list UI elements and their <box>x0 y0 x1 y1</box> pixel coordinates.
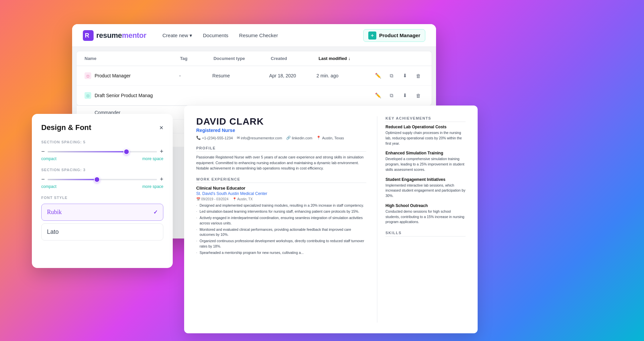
spacing-label-2: SECTION SPACING: 3 <box>41 168 163 172</box>
achievement-4: High School Outreach Conducted demo sess… <box>385 203 466 225</box>
achievement-2-title: Enhanced Simulation Training <box>385 151 466 155</box>
bullet-4: Monitored and evaluated clinical perform… <box>196 227 366 238</box>
slider2-min-label: compact <box>41 184 56 189</box>
table-row[interactable]: ◻ Product Manager - Resume Apr 18, 2020 … <box>76 66 432 86</box>
bullet-2: Led simulation-based learning interventi… <box>196 209 366 214</box>
achievement-3: Student Engagement Initiatives Implement… <box>385 177 466 199</box>
email-icon: ✉ <box>237 136 240 140</box>
row2-delete-button[interactable]: 🗑 <box>414 90 424 100</box>
col-created: Created <box>271 56 318 61</box>
row2-copy-button[interactable]: ⧉ <box>387 90 397 100</box>
slider-labels-1: compact more space <box>41 156 163 161</box>
slider-fill-1 <box>48 151 126 152</box>
slider-track-2[interactable] <box>48 179 157 180</box>
resume-right: KEY ACHIEVEMENTS Reduced Lab Operational… <box>377 116 466 323</box>
slider2-plus[interactable]: + <box>160 176 163 183</box>
row2-name: Draft Senior Product Manag <box>95 93 153 98</box>
delete-button[interactable]: 🗑 <box>414 71 424 81</box>
bullet-5: Organized continuous professional develo… <box>196 238 366 249</box>
slider-fill-2 <box>48 179 97 180</box>
svg-text:R: R <box>85 32 89 39</box>
table-row[interactable]: ◻ Draft Senior Product Manag ✏️ ⧉ ⬇ 🗑 <box>76 86 432 106</box>
edit-button[interactable]: ✏️ <box>373 71 383 81</box>
doc-name-draft: ◻ Draft Senior Product Manag <box>85 92 179 99</box>
work-section-title: WORK EXPERIENCE <box>196 177 366 183</box>
row2-download-button[interactable]: ⬇ <box>400 90 410 100</box>
slider-thumb-1[interactable] <box>123 149 129 155</box>
col-doc-type: Document type <box>213 56 271 61</box>
col-tag: Tag <box>180 56 214 61</box>
row1-name: Product Manager <box>95 73 130 78</box>
row1-last-modified: 2 min. ago <box>317 73 373 78</box>
logo-icon: R <box>83 30 94 41</box>
logo[interactable]: R resumementor <box>83 30 146 41</box>
email-text: info@resumementor.com <box>241 136 282 140</box>
col-last-modified[interactable]: Last modified ↓ <box>319 56 376 61</box>
slider1-max-label: more space <box>142 156 163 161</box>
contact-phone: 📞 +1-(234)-555-1234 <box>196 136 233 140</box>
font-option-lato[interactable]: Lato <box>41 223 163 241</box>
bullet-3: Actively engaged in interdepartmental co… <box>196 215 366 226</box>
resume-checker-nav[interactable]: Resume Checker <box>239 32 278 38</box>
row2-edit-button[interactable]: ✏️ <box>373 90 383 100</box>
resume-two-col: DAVID CLARK Registered Nurse 📞 +1-(234)-… <box>196 116 466 323</box>
row1-created: Apr 18, 2020 <box>269 73 316 78</box>
job-location: 📍 Austin, TX <box>232 197 253 201</box>
achievement-1: Reduced Lab Operational Costs Optimized … <box>385 125 466 146</box>
profile-section-title: PROFILE <box>196 146 366 152</box>
achievements-section: KEY ACHIEVEMENTS Reduced Lab Operational… <box>385 116 466 225</box>
linkedin-icon: 🔗 <box>286 136 291 140</box>
achievement-1-title: Reduced Lab Operational Costs <box>385 125 466 129</box>
job-dates-text: 09/2019 - 03/2024 <box>201 197 228 201</box>
font-style-label: FONT STYLE <box>41 196 163 200</box>
sort-icon: ↓ <box>348 56 351 61</box>
profile-section: PROFILE Passionate Registered Nurse with… <box>196 146 366 171</box>
location-text: Austin, Texas <box>322 136 344 140</box>
close-panel-button[interactable]: × <box>159 124 163 132</box>
download-button[interactable]: ⬇ <box>400 71 410 81</box>
contact-email: ✉ info@resumementor.com <box>237 136 282 140</box>
skills-section-title: SKILLS <box>385 231 466 236</box>
slider-track-1[interactable] <box>48 151 157 152</box>
row1-tag: - <box>179 73 212 78</box>
achievement-2-text: Developed a comprehensive simulation tra… <box>385 156 466 172</box>
doc-icon-teal: ◻ <box>85 92 91 99</box>
spacing-section-2: SECTION SPACING: 3 − + compact more spac… <box>41 168 163 189</box>
font-section: FONT STYLE Rubik ✓ Lato <box>41 196 163 241</box>
documents-nav[interactable]: Documents <box>203 32 228 38</box>
job-bullets-1: Designed and implemented specialized tra… <box>196 203 366 256</box>
job-company-1: St. David's South Austin Medical Center <box>196 191 366 196</box>
job-meta-1: 📅 09/2019 - 03/2024 📍 Austin, TX <box>196 197 366 201</box>
create-new-label: Create new <box>162 32 188 38</box>
font-lato-name: Lato <box>47 228 59 235</box>
slider1-plus[interactable]: + <box>160 148 163 155</box>
font-rubik-name: Rubik <box>47 209 62 216</box>
location-icon2: 📍 <box>232 197 236 201</box>
calendar-icon: 📅 <box>196 197 200 201</box>
skills-section: SKILLS <box>385 231 466 236</box>
doc-icon-pink: ◻ <box>85 72 91 79</box>
location-icon: 📍 <box>316 136 321 140</box>
documents-label: Documents <box>203 32 228 38</box>
product-badge[interactable]: Product Manager <box>363 29 425 42</box>
font-option-rubik[interactable]: Rubik ✓ <box>41 204 163 221</box>
last-modified-label: Last modified <box>319 56 347 61</box>
job-title-1: Clinical Nurse Educator <box>196 186 366 191</box>
contact-location: 📍 Austin, Texas <box>316 136 344 140</box>
phone-text: +1-(234)-555-1234 <box>202 136 233 140</box>
slider1-minus[interactable]: − <box>41 148 45 155</box>
spacing-label-1: SECTION SPACING: 5 <box>41 140 163 144</box>
achievement-3-text: Implemented interactive lab sessions, wh… <box>385 183 466 199</box>
slider2-minus[interactable]: − <box>41 176 45 183</box>
contact-linkedin: 🔗 linkedin.com <box>286 136 312 140</box>
bullet-1: Designed and implemented specialized tra… <box>196 203 366 208</box>
check-icon: ✓ <box>153 209 158 215</box>
slider-thumb-2[interactable] <box>94 177 100 183</box>
copy-button[interactable]: ⧉ <box>387 71 397 81</box>
col-name: Name <box>85 56 180 61</box>
slider-labels-2: compact more space <box>41 184 163 189</box>
doc-name-product-manager: ◻ Product Manager <box>85 72 179 79</box>
job-dates: 📅 09/2019 - 03/2024 <box>196 197 228 201</box>
create-new-nav[interactable]: Create new ▾ <box>162 32 192 39</box>
resume-preview: DAVID CLARK Registered Nurse 📞 +1-(234)-… <box>184 106 478 333</box>
